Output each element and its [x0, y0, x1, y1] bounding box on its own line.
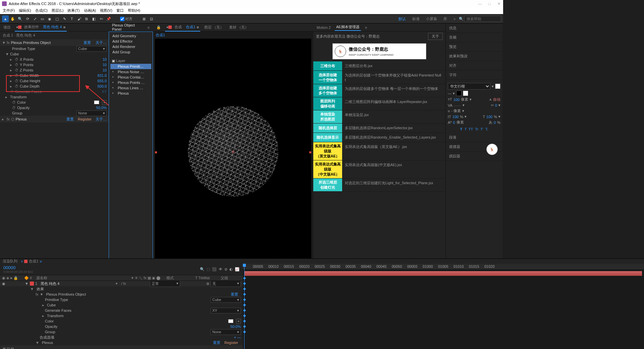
subscript-button[interactable]: T, — [485, 127, 488, 131]
eyedropper-icon[interactable]: ⌖ — [102, 100, 107, 105]
comp-mini-flowchart-icon[interactable]: ⬚ — [207, 267, 210, 271]
add-geometry[interactable]: Add Geometry — [110, 33, 151, 39]
script-button[interactable]: 所选三维层 创建灯光 — [313, 179, 342, 191]
menu-help[interactable]: 帮助(H) — [126, 7, 142, 14]
y-points-value[interactable]: 10 — [103, 63, 107, 67]
panel-character[interactable]: 字符 — [446, 70, 502, 80]
italic-button[interactable]: T — [465, 127, 467, 131]
script-list[interactable]: 三维分布三维图层分布.jsx选择层创建 一个空物体为选择的层创建一个空物体并做父… — [313, 61, 445, 261]
add-effector[interactable]: Add Effector — [110, 39, 151, 44]
panel-preview[interactable]: 预览 — [446, 42, 502, 52]
tree-item-lines[interactable]: Plexus Lines … — [110, 85, 151, 91]
font-dropdown[interactable]: 华文行楷 — [448, 83, 490, 90]
workspace-more[interactable]: » — [451, 16, 458, 21]
motion-blur-icon[interactable]: ◐ — [229, 267, 233, 271]
type-tool[interactable]: T — [68, 15, 75, 22]
menu-layer[interactable]: 图层(L) — [50, 7, 65, 14]
script-button[interactable]: 单独渲染 所选图层 — [313, 110, 342, 123]
workspace-small[interactable]: 小屏幕 — [423, 16, 440, 21]
hand-tool[interactable]: ✋ — [9, 15, 16, 22]
superscript-button[interactable]: T' — [480, 127, 483, 131]
menu-view[interactable]: 视图(V) — [99, 7, 114, 14]
effect-title[interactable]: Plexus Primitives Object — [11, 41, 82, 45]
workspace-default[interactable]: 默认 — [396, 16, 409, 21]
opacity-value[interactable]: 50.0% — [96, 106, 107, 110]
panel-paragraph[interactable]: 段落 — [446, 133, 502, 142]
tree-layer[interactable]: ▣ Layer — [110, 58, 151, 64]
minimize-button[interactable]: — — [478, 2, 482, 6]
selection-tool[interactable]: ▲ — [2, 15, 9, 22]
tab-motion2[interactable]: Motion 2 — [315, 25, 332, 30]
shape-tool[interactable]: ▢ — [54, 15, 60, 22]
effect-about[interactable]: 关于… — [96, 40, 107, 45]
tab-timeline-comp[interactable]: × 合成1 ≡ — [21, 259, 42, 264]
add-renderer[interactable]: Add Renderer — [110, 44, 151, 49]
roto-tool[interactable]: ✄ — [98, 15, 105, 22]
plexus-effect-title[interactable]: Plexus — [16, 117, 65, 121]
tree-item-plexus[interactable]: Plexus — [110, 91, 151, 96]
panel-effects-presets[interactable]: 效果和预设 — [446, 52, 502, 61]
eraser-tool[interactable]: ◧ — [91, 15, 97, 22]
tab-layer-none[interactable]: 图层 （无） — [203, 24, 225, 31]
script-button[interactable]: 实用表达式集高级版 （中文版AE） — [313, 160, 342, 178]
cube-width-value[interactable]: 831.0 — [97, 73, 107, 78]
frame-blend-icon[interactable]: ⊘ — [224, 267, 227, 271]
graph-editor-icon[interactable]: 📈 — [235, 267, 239, 271]
panel-align[interactable]: 对齐 — [446, 61, 502, 70]
tab-project[interactable]: 项目 — [2, 24, 12, 31]
workspace-library[interactable]: 库 — [441, 16, 450, 21]
script-button[interactable]: 选择层创建 一个空物体 — [313, 71, 342, 84]
tab-script-manager[interactable]: AE脚本管理器 — [335, 24, 361, 31]
tool-opt-1[interactable]: ⊞ — [141, 15, 147, 22]
tree-item-points[interactable]: Plexus Points … — [110, 80, 151, 85]
workspace-standard[interactable]: 标准 — [410, 16, 422, 21]
tab-render-queue[interactable]: 渲染队列 — [3, 259, 17, 264]
cube-height-value[interactable]: 655.0 — [97, 79, 107, 83]
z-points-value[interactable]: 10 — [103, 68, 107, 72]
clone-tool[interactable]: ⧉ — [83, 15, 90, 22]
smallcaps-button[interactable]: Tr — [475, 127, 478, 131]
anchor-icon[interactable]: ⊕ — [231, 150, 235, 153]
script-button[interactable]: 图层阵列 偏移动画 — [313, 97, 342, 110]
current-timecode[interactable]: 00000 — [3, 265, 33, 270]
snap-checkbox[interactable] — [120, 17, 124, 21]
plexus-panel-tab[interactable]: Plexus Object Panel — [111, 22, 144, 33]
add-group[interactable]: Add Group — [110, 49, 151, 55]
maximize-button[interactable]: □ — [487, 2, 492, 6]
draft3d-icon[interactable]: ⬛ — [212, 267, 217, 271]
script-button[interactable]: 三维分布 — [313, 61, 342, 70]
script-button[interactable]: 实用表达式集高级版 （英文版AE） — [313, 142, 342, 160]
search-input[interactable] — [464, 16, 501, 22]
x-points-value[interactable]: 10 — [103, 57, 107, 61]
search-icon[interactable]: 🔍 — [200, 267, 205, 271]
menu-composition[interactable]: 合成(C) — [34, 7, 49, 14]
script-button[interactable]: 随机选择层 — [313, 123, 342, 133]
menu-file[interactable]: 文件(F) — [1, 7, 16, 14]
time-ruler[interactable]: 0000500010000150002000025000300003500040… — [243, 264, 503, 270]
brush-tool[interactable]: 🖌 — [76, 15, 83, 22]
menu-window[interactable]: 窗口 — [115, 7, 125, 14]
pan-behind-tool[interactable]: ◉ — [46, 15, 53, 22]
group-dropdown[interactable]: None▾ — [76, 110, 107, 116]
puppet-tool[interactable]: 📌 — [105, 15, 112, 22]
script-button[interactable]: 随机选择显示 — [313, 133, 342, 142]
bold-button[interactable]: T — [460, 127, 462, 131]
shy-icon[interactable]: 👁 — [219, 267, 222, 271]
timeline-track-area[interactable]: 0000500010000150002000025000300003500040… — [243, 264, 503, 272]
allcaps-button[interactable]: TT — [469, 127, 473, 131]
cube-depth-value[interactable]: 500.0 — [97, 84, 107, 88]
layer-bar[interactable] — [244, 271, 503, 272]
effect-reset[interactable]: 重置 — [84, 40, 91, 45]
zoom-tool[interactable]: 🔍 — [17, 15, 23, 22]
comp-breadcrumb[interactable]: 合成1 — [153, 32, 313, 39]
tree-item-primitives[interactable]: Plexus Primiti… — [110, 64, 151, 69]
tab-composition[interactable]: × 合成 合成1 ≡ — [165, 23, 200, 32]
tree-item-noise[interactable]: Plexus Noise … — [110, 69, 151, 74]
tool-opt-2[interactable]: ⊡ — [148, 15, 155, 22]
tree-item-container[interactable]: Plexus Contai… — [110, 74, 151, 80]
playhead[interactable] — [244, 264, 245, 272]
rotate-tool[interactable]: ⤢ — [32, 15, 38, 22]
pen-tool[interactable]: ✎ — [61, 15, 68, 22]
primitive-type-dropdown[interactable]: Cube▾ — [76, 46, 107, 52]
panel-audio[interactable]: 音频 — [446, 33, 502, 42]
